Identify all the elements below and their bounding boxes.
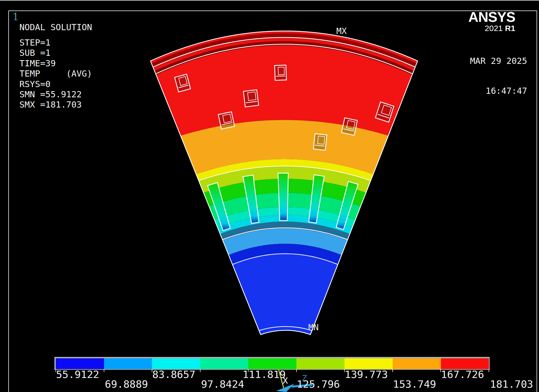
version-year: 2021	[485, 24, 503, 33]
stator-slot	[278, 173, 288, 221]
ansys-version: 2021 R1	[468, 24, 515, 33]
sensor-box	[218, 112, 234, 129]
date-label: MAR 29 2025	[470, 56, 527, 66]
version-release: R1	[505, 24, 515, 33]
info-line: SMX =181.703	[19, 99, 92, 110]
sensor-box	[275, 65, 286, 80]
info-line: TEMP (AVG)	[19, 68, 92, 79]
legend-value: 153.749	[393, 379, 436, 389]
legend-value: 55.9122	[56, 369, 99, 380]
frame-right	[537, 11, 537, 392]
legend-segment	[152, 358, 200, 369]
legend-segment	[104, 358, 152, 369]
sensor-box	[243, 90, 259, 107]
legend-value: 111.819	[243, 369, 286, 380]
legend-tick	[296, 369, 297, 372]
legend-segment	[296, 358, 345, 369]
legend-value: 83.8657	[152, 369, 195, 380]
info-line: TIME=39	[19, 58, 92, 68]
legend-segment	[441, 358, 489, 369]
window-top-edge	[0, 0, 539, 1]
legend-strip	[56, 358, 489, 369]
legend-tick	[200, 369, 201, 372]
max-node-marker: MX	[336, 26, 347, 36]
min-node-marker: MN	[308, 322, 319, 332]
legend-segment	[393, 358, 441, 369]
frame-left	[8, 11, 9, 392]
legend-value: 139.773	[345, 369, 388, 380]
legend-color-bar	[54, 357, 490, 370]
frame-top	[8, 11, 537, 11]
info-line: RSYS=0	[19, 79, 92, 89]
info-line: STEP=1	[19, 37, 92, 48]
ansys-brand-block: ANSYS 2021 R1	[468, 10, 515, 33]
date-time-stamp: MAR 29 2025 16:47:47	[470, 36, 527, 106]
info-line: SUB =1	[19, 48, 92, 58]
contour-band	[232, 254, 338, 335]
legend-value: 69.8889	[105, 379, 148, 389]
legend-value: 167.726	[441, 369, 484, 380]
legend-tick	[392, 369, 393, 372]
sensor-box	[341, 118, 357, 135]
legend-segment	[248, 358, 296, 369]
sensor-box	[313, 134, 327, 150]
legend-value: 181.703	[490, 379, 533, 389]
legend-tick	[489, 369, 489, 372]
legend-segment	[56, 358, 104, 369]
ansys-logo: ANSYS	[468, 10, 515, 24]
legend-tick	[104, 369, 104, 372]
legend-value: 97.8424	[201, 379, 244, 389]
time-label: 16:47:47	[470, 86, 527, 96]
info-line: SMN =55.9122	[19, 89, 92, 99]
result-info-lines: STEP=1SUB =1TIME=39TEMP (AVG)RSYS=0SMN =…	[19, 37, 92, 110]
ansys-graphics-window: { "window": { "background": "#000000", "…	[0, 0, 539, 392]
legend-segment	[344, 358, 393, 369]
result-title: NODAL SOLUTION	[19, 22, 92, 32]
plot-number: 1	[12, 11, 19, 23]
legend-segment	[200, 358, 248, 369]
legend-value: 125.796	[297, 379, 340, 389]
